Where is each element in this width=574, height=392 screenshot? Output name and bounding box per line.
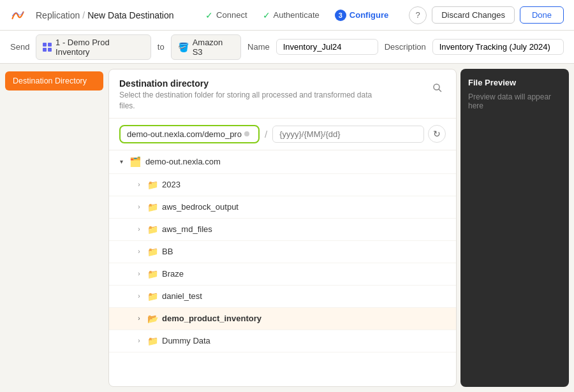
dir-title: Destination directory (119, 78, 374, 89)
breadcrumb-current: New Data Destination (87, 10, 173, 20)
path-row: demo-out.nexla.com/demo_pro / ↻ (109, 119, 456, 150)
send-label: Send (10, 42, 29, 52)
folder-icon: 📁 (147, 247, 158, 257)
breadcrumb-parent: Replication (36, 10, 80, 20)
refresh-button[interactable]: ↻ (428, 125, 446, 143)
folder-icon: 📁 (147, 336, 158, 346)
send-dest-label: Amazon S3 (193, 38, 234, 57)
folder-icon-selected: 📂 (147, 314, 158, 324)
send-to-label: to (158, 42, 165, 52)
path-ellipsis-dot (244, 131, 249, 136)
steps-nav: ✓ Connect ✓ Authenticate 3 Configure (205, 10, 388, 21)
step-connect: ✓ Connect (205, 10, 247, 20)
path-separator: / (263, 129, 269, 140)
folder-label: aws_bedrock_output (162, 202, 239, 212)
list-item[interactable]: › 📁 aws_md_files (109, 219, 456, 241)
item-chevron-icon: › (135, 225, 144, 234)
folder-label-selected: demo_product_inventory (162, 314, 261, 323)
send-bar: Send 1 - Demo Prod Inventory to 🪣 Amazon… (0, 31, 574, 64)
list-item-selected[interactable]: › 📂 demo_product_inventory (109, 308, 456, 330)
folder-label: 2023 (162, 180, 180, 189)
path-text: demo-out.nexla.com/demo_pro (127, 129, 242, 139)
aws-icon: 🪣 (178, 42, 189, 52)
desc-input[interactable] (432, 39, 564, 55)
folder-label: Dummy Data (162, 336, 210, 345)
app-header: Replication / New Data Destination ✓ Con… (0, 0, 574, 31)
folder-label: aws_md_files (162, 224, 212, 234)
discard-button[interactable]: Discard Changes (432, 6, 515, 24)
root-folder-label: demo-out.nexla.com (145, 157, 221, 166)
folder-icon: 📁 (147, 291, 158, 301)
step-configure: 3 Configure (335, 10, 388, 21)
name-input[interactable] (276, 39, 378, 55)
name-label: Name (247, 42, 270, 52)
list-item[interactable]: › 📁 BB (109, 241, 456, 263)
sidebar-item-destination-directory[interactable]: Destination Directory (5, 71, 103, 91)
list-item[interactable]: › 📁 daniel_test (109, 286, 456, 308)
step-connect-check: ✓ (205, 10, 213, 20)
help-button[interactable]: ? (409, 6, 427, 24)
destination-directory-panel: Destination directory Select the destina… (108, 69, 457, 387)
folder-icon: 📁 (147, 202, 158, 212)
step-configure-num: 3 (335, 10, 346, 21)
item-chevron-icon: › (135, 270, 144, 279)
sidebar-tab: Destination Directory (0, 64, 108, 392)
folder-icon: 📁 (147, 269, 158, 279)
folder-label: Braze (162, 269, 184, 279)
preview-title: File Preview (468, 78, 561, 87)
date-pattern-input[interactable] (272, 126, 424, 143)
item-chevron-icon: › (135, 203, 144, 212)
dir-subtitle: Select the destination folder for storin… (119, 90, 374, 112)
item-chevron-icon: › (135, 180, 144, 189)
breadcrumb-separator: / (82, 10, 85, 20)
item-chevron-icon: › (135, 337, 144, 345)
send-source-label: 1 - Demo Prod Inventory (55, 38, 144, 57)
brand-logo (10, 8, 26, 23)
desc-label: Description (385, 42, 426, 52)
file-preview-panel: File Preview Preview data will appear he… (460, 69, 569, 387)
dir-header-left: Destination directory Select the destina… (119, 78, 374, 112)
folder-label: BB (162, 247, 173, 256)
tree-root-item[interactable]: ▾ 🗂️ demo-out.nexla.com (109, 150, 456, 174)
folder-icon: 📁 (147, 224, 158, 235)
main-content: Destination Directory Destination direct… (0, 64, 574, 392)
preview-empty-text: Preview data will appear here (468, 92, 561, 110)
step-auth-check: ✓ (263, 10, 270, 20)
folder-label: daniel_test (162, 291, 202, 301)
svg-line-1 (439, 89, 441, 92)
folder-icon: 📁 (147, 180, 158, 190)
step-connect-label: Connect (216, 10, 247, 20)
header-actions: ? Discard Changes Done (409, 6, 564, 24)
source-grid-icon (43, 43, 52, 52)
step-configure-label: Configure (350, 10, 388, 20)
list-item[interactable]: › 📁 2023 (109, 174, 456, 196)
dir-header: Destination directory Select the destina… (109, 69, 456, 119)
done-button[interactable]: Done (520, 6, 564, 24)
list-item[interactable]: › 📁 Braze (109, 263, 456, 286)
send-source[interactable]: 1 - Demo Prod Inventory (36, 34, 151, 60)
root-folder-icon: 🗂️ (129, 156, 142, 168)
breadcrumb: Replication / New Data Destination (36, 10, 174, 20)
item-chevron-icon: › (135, 292, 144, 301)
root-chevron-icon: ▾ (117, 157, 126, 166)
list-item[interactable]: › 📁 aws_bedrock_output (109, 196, 456, 219)
search-button[interactable] (428, 78, 446, 96)
item-chevron-icon: › (135, 247, 144, 256)
item-chevron-icon: › (135, 314, 144, 323)
path-input[interactable]: demo-out.nexla.com/demo_pro (119, 125, 260, 143)
step-auth-label: Authenticate (274, 10, 320, 20)
list-item[interactable]: › 📁 Dummy Data (109, 330, 456, 352)
send-dest[interactable]: 🪣 Amazon S3 (171, 34, 241, 60)
file-tree: ▾ 🗂️ demo-out.nexla.com › 📁 2023 › 📁 aws… (109, 150, 456, 386)
step-authenticate: ✓ Authenticate (263, 10, 320, 20)
